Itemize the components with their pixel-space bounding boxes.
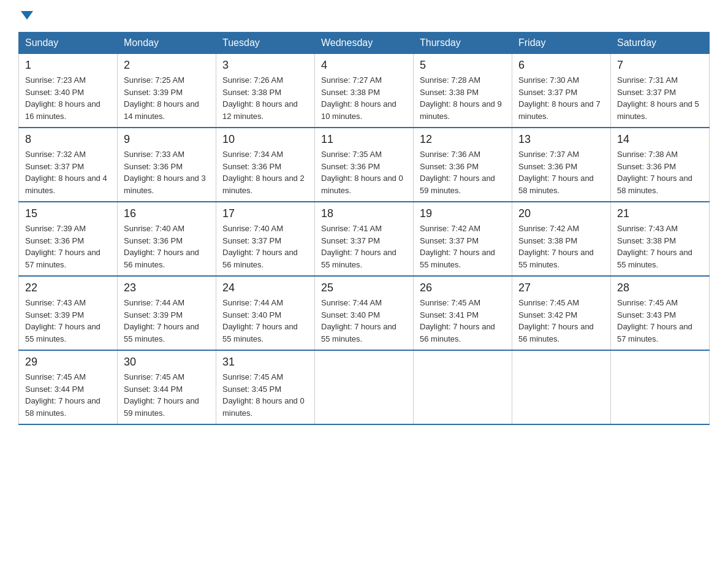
calendar-cell: 5 Sunrise: 7:28 AMSunset: 3:38 PMDayligh… bbox=[414, 54, 512, 128]
day-info: Sunrise: 7:45 AMSunset: 3:43 PMDaylight:… bbox=[617, 298, 692, 343]
day-info: Sunrise: 7:31 AMSunset: 3:37 PMDaylight:… bbox=[617, 75, 699, 121]
day-info: Sunrise: 7:45 AMSunset: 3:45 PMDaylight:… bbox=[222, 372, 305, 418]
day-number: 8 bbox=[25, 133, 111, 146]
day-info: Sunrise: 7:32 AMSunset: 3:37 PMDaylight:… bbox=[25, 150, 107, 195]
calendar-week-4: 22 Sunrise: 7:43 AMSunset: 3:39 PMDaylig… bbox=[19, 276, 710, 350]
calendar-cell: 29 Sunrise: 7:45 AMSunset: 3:44 PMDaylig… bbox=[19, 350, 118, 424]
calendar-cell: 6 Sunrise: 7:30 AMSunset: 3:37 PMDayligh… bbox=[512, 54, 611, 128]
day-number: 9 bbox=[124, 133, 210, 146]
calendar-cell: 31 Sunrise: 7:45 AMSunset: 3:45 PMDaylig… bbox=[216, 350, 315, 424]
day-number: 13 bbox=[518, 133, 604, 146]
header-day-sunday: Sunday bbox=[19, 33, 118, 54]
day-number: 25 bbox=[321, 282, 407, 294]
day-info: Sunrise: 7:43 AMSunset: 3:38 PMDaylight:… bbox=[617, 224, 692, 269]
day-info: Sunrise: 7:44 AMSunset: 3:39 PMDaylight:… bbox=[124, 298, 199, 343]
day-info: Sunrise: 7:37 AMSunset: 3:36 PMDaylight:… bbox=[518, 150, 594, 195]
day-number: 18 bbox=[321, 207, 407, 220]
calendar-body: 1 Sunrise: 7:23 AMSunset: 3:40 PMDayligh… bbox=[19, 54, 710, 425]
calendar-cell: 10 Sunrise: 7:34 AMSunset: 3:36 PMDaylig… bbox=[216, 128, 315, 202]
calendar-cell: 18 Sunrise: 7:41 AMSunset: 3:37 PMDaylig… bbox=[315, 202, 414, 276]
calendar-cell: 14 Sunrise: 7:38 AMSunset: 3:36 PMDaylig… bbox=[611, 128, 710, 202]
day-number: 22 bbox=[25, 282, 111, 294]
day-number: 24 bbox=[222, 282, 308, 294]
calendar-cell: 9 Sunrise: 7:33 AMSunset: 3:36 PMDayligh… bbox=[118, 128, 216, 202]
header-day-wednesday: Wednesday bbox=[315, 33, 414, 54]
day-info: Sunrise: 7:45 AMSunset: 3:41 PMDaylight:… bbox=[420, 298, 495, 343]
calendar-cell: 23 Sunrise: 7:44 AMSunset: 3:39 PMDaylig… bbox=[118, 276, 216, 350]
day-info: Sunrise: 7:30 AMSunset: 3:37 PMDaylight:… bbox=[518, 75, 601, 121]
calendar-cell: 15 Sunrise: 7:39 AMSunset: 3:36 PMDaylig… bbox=[19, 202, 118, 276]
day-number: 30 bbox=[124, 356, 210, 369]
calendar-cell: 21 Sunrise: 7:43 AMSunset: 3:38 PMDaylig… bbox=[611, 202, 710, 276]
calendar-table: SundayMondayTuesdayWednesdayThursdayFrid… bbox=[18, 32, 710, 425]
day-number: 14 bbox=[617, 133, 703, 146]
calendar-week-2: 8 Sunrise: 7:32 AMSunset: 3:37 PMDayligh… bbox=[19, 128, 710, 202]
day-number: 10 bbox=[222, 133, 308, 146]
day-number: 21 bbox=[617, 207, 703, 220]
calendar-cell bbox=[611, 350, 710, 424]
day-number: 20 bbox=[518, 207, 604, 220]
page-header bbox=[18, 12, 710, 21]
day-info: Sunrise: 7:44 AMSunset: 3:40 PMDaylight:… bbox=[222, 298, 298, 343]
calendar-cell bbox=[315, 350, 414, 424]
day-number: 15 bbox=[25, 207, 111, 220]
header-day-tuesday: Tuesday bbox=[216, 33, 315, 54]
day-number: 31 bbox=[222, 356, 308, 369]
day-info: Sunrise: 7:42 AMSunset: 3:38 PMDaylight:… bbox=[518, 224, 594, 269]
day-number: 3 bbox=[222, 59, 308, 72]
calendar-cell: 12 Sunrise: 7:36 AMSunset: 3:36 PMDaylig… bbox=[414, 128, 512, 202]
header-day-friday: Friday bbox=[512, 33, 611, 54]
calendar-week-5: 29 Sunrise: 7:45 AMSunset: 3:44 PMDaylig… bbox=[19, 350, 710, 424]
calendar-week-1: 1 Sunrise: 7:23 AMSunset: 3:40 PMDayligh… bbox=[19, 54, 710, 128]
day-info: Sunrise: 7:43 AMSunset: 3:39 PMDaylight:… bbox=[25, 298, 100, 343]
day-number: 12 bbox=[420, 133, 506, 146]
day-number: 19 bbox=[420, 207, 506, 220]
day-number: 1 bbox=[25, 59, 111, 72]
header-row: SundayMondayTuesdayWednesdayThursdayFrid… bbox=[19, 33, 710, 54]
day-number: 27 bbox=[518, 282, 604, 294]
day-info: Sunrise: 7:40 AMSunset: 3:36 PMDaylight:… bbox=[124, 224, 199, 269]
day-number: 23 bbox=[124, 282, 210, 294]
calendar-cell: 16 Sunrise: 7:40 AMSunset: 3:36 PMDaylig… bbox=[118, 202, 216, 276]
day-info: Sunrise: 7:28 AMSunset: 3:38 PMDaylight:… bbox=[420, 75, 502, 121]
day-info: Sunrise: 7:45 AMSunset: 3:42 PMDaylight:… bbox=[518, 298, 594, 343]
day-number: 6 bbox=[518, 59, 604, 72]
day-number: 5 bbox=[420, 59, 506, 72]
day-number: 11 bbox=[321, 133, 407, 146]
calendar-cell: 26 Sunrise: 7:45 AMSunset: 3:41 PMDaylig… bbox=[414, 276, 512, 350]
header-day-thursday: Thursday bbox=[414, 33, 512, 54]
header-day-saturday: Saturday bbox=[611, 33, 710, 54]
day-info: Sunrise: 7:39 AMSunset: 3:36 PMDaylight:… bbox=[25, 224, 100, 269]
day-number: 17 bbox=[222, 207, 308, 220]
calendar-cell: 19 Sunrise: 7:42 AMSunset: 3:37 PMDaylig… bbox=[414, 202, 512, 276]
day-info: Sunrise: 7:26 AMSunset: 3:38 PMDaylight:… bbox=[222, 75, 298, 121]
day-info: Sunrise: 7:41 AMSunset: 3:37 PMDaylight:… bbox=[321, 224, 396, 269]
day-info: Sunrise: 7:38 AMSunset: 3:36 PMDaylight:… bbox=[617, 150, 692, 195]
logo bbox=[18, 12, 33, 21]
day-number: 29 bbox=[25, 356, 111, 369]
calendar-week-3: 15 Sunrise: 7:39 AMSunset: 3:36 PMDaylig… bbox=[19, 202, 710, 276]
calendar-cell: 28 Sunrise: 7:45 AMSunset: 3:43 PMDaylig… bbox=[611, 276, 710, 350]
calendar-cell: 24 Sunrise: 7:44 AMSunset: 3:40 PMDaylig… bbox=[216, 276, 315, 350]
calendar-cell: 1 Sunrise: 7:23 AMSunset: 3:40 PMDayligh… bbox=[19, 54, 118, 128]
calendar-cell: 30 Sunrise: 7:45 AMSunset: 3:44 PMDaylig… bbox=[118, 350, 216, 424]
day-info: Sunrise: 7:27 AMSunset: 3:38 PMDaylight:… bbox=[321, 75, 396, 121]
calendar-cell bbox=[414, 350, 512, 424]
day-number: 28 bbox=[617, 282, 703, 294]
day-number: 2 bbox=[124, 59, 210, 72]
day-info: Sunrise: 7:25 AMSunset: 3:39 PMDaylight:… bbox=[124, 75, 199, 121]
calendar-cell: 27 Sunrise: 7:45 AMSunset: 3:42 PMDaylig… bbox=[512, 276, 611, 350]
day-number: 26 bbox=[420, 282, 506, 294]
day-info: Sunrise: 7:42 AMSunset: 3:37 PMDaylight:… bbox=[420, 224, 495, 269]
calendar-cell: 4 Sunrise: 7:27 AMSunset: 3:38 PMDayligh… bbox=[315, 54, 414, 128]
day-info: Sunrise: 7:35 AMSunset: 3:36 PMDaylight:… bbox=[321, 150, 403, 195]
calendar-cell: 2 Sunrise: 7:25 AMSunset: 3:39 PMDayligh… bbox=[118, 54, 216, 128]
calendar-cell: 20 Sunrise: 7:42 AMSunset: 3:38 PMDaylig… bbox=[512, 202, 611, 276]
logo-triangle-icon bbox=[21, 11, 33, 20]
day-number: 7 bbox=[617, 59, 703, 72]
calendar-cell: 7 Sunrise: 7:31 AMSunset: 3:37 PMDayligh… bbox=[611, 54, 710, 128]
day-info: Sunrise: 7:45 AMSunset: 3:44 PMDaylight:… bbox=[25, 372, 100, 418]
calendar-cell: 13 Sunrise: 7:37 AMSunset: 3:36 PMDaylig… bbox=[512, 128, 611, 202]
calendar-cell: 17 Sunrise: 7:40 AMSunset: 3:37 PMDaylig… bbox=[216, 202, 315, 276]
day-info: Sunrise: 7:45 AMSunset: 3:44 PMDaylight:… bbox=[124, 372, 199, 418]
